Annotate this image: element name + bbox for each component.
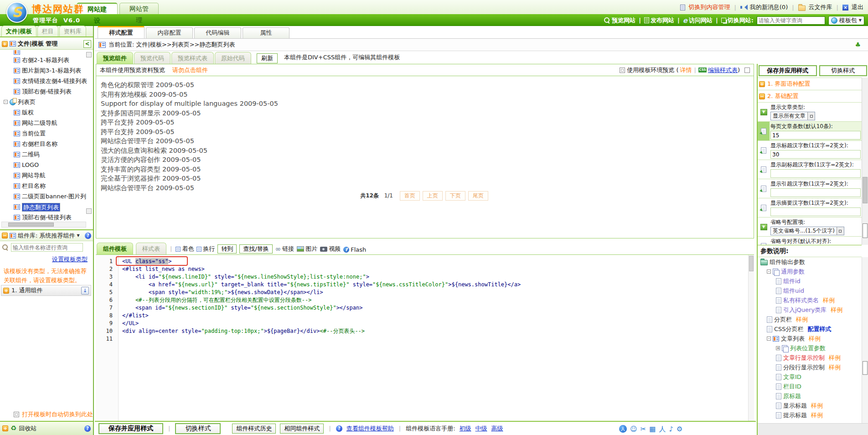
style-history-button[interactable]: 组件样式历史 — [232, 424, 276, 434]
generic-components-group[interactable]: + 1. 通用组件 ↓ — [1, 285, 91, 296]
smiley-icon[interactable]: ☺ — [630, 425, 637, 433]
sample-link[interactable]: 样例 — [809, 335, 821, 343]
help-icon[interactable]: ? — [85, 233, 91, 239]
page-button[interactable]: 上页 — [423, 191, 443, 201]
code-line[interactable]: </UL> — [122, 320, 747, 327]
component-library-header[interactable]: − 组件库: 系统推荐组件 ▼ ? — [0, 229, 93, 241]
sidebar-tab-columns[interactable]: 栏目 — [37, 26, 58, 36]
code-line[interactable]: <#--列表分段用的分隔符，可在配置栏分段相关配置中设置分段条数--> — [122, 296, 747, 304]
param-item[interactable]: 提示标题样例 — [758, 410, 862, 420]
param-item[interactable]: 分页栏样例 — [758, 315, 862, 324]
switch-to-content-link[interactable]: 切换到内容管理 — [688, 3, 730, 11]
tree-item[interactable]: 版权 — [0, 107, 88, 118]
same-component-style-button[interactable]: 相同组件样式 — [280, 424, 324, 434]
auto-switch-option[interactable]: 打开模板时自动切换到此处 — [14, 410, 93, 419]
panel-icon[interactable]: ▦ — [649, 425, 656, 433]
sample-link[interactable]: 样例 — [829, 363, 841, 372]
tab-properties[interactable]: 属性 — [243, 27, 289, 38]
expand-icon[interactable]: + — [2, 41, 8, 47]
param-item[interactable]: 组件uid — [758, 286, 862, 295]
tree-item[interactable]: 二维码 — [0, 149, 88, 160]
scissors-icon[interactable]: ✂ — [641, 425, 646, 433]
code-line[interactable]: <#list list_news as news> — [122, 265, 747, 273]
preview-site-link[interactable]: 预览网站 — [604, 16, 636, 25]
goto-button[interactable]: 转到 — [217, 244, 237, 254]
switch-style-button-top[interactable]: 切换样式 — [819, 65, 867, 76]
manual-level-advanced[interactable]: 高级 — [491, 425, 503, 433]
env-preview-checkbox[interactable] — [620, 67, 625, 73]
insert-link-tool[interactable]: ∞链接 — [275, 245, 294, 253]
field-input[interactable] — [770, 188, 861, 197]
field-input[interactable] — [770, 131, 861, 140]
sample-link[interactable]: 样例 — [811, 402, 823, 410]
code-content[interactable]: <UL class="ss"><#list list_news as news>… — [122, 258, 747, 343]
tab-content-config[interactable]: 内容配置 — [146, 27, 193, 38]
tree-item[interactable]: 静态翻页列表 — [0, 202, 88, 212]
tab-preview-component[interactable]: 预览组件 — [97, 52, 133, 64]
sample-link[interactable]: 样例 — [796, 316, 808, 324]
tree-item[interactable]: 网站二级导航 — [0, 118, 88, 128]
collapse-icon[interactable]: − — [2, 233, 8, 238]
param-item[interactable]: 组件id — [758, 276, 862, 286]
save-apply-style-button[interactable]: 保存并应用样式 — [98, 423, 163, 434]
tab-component-template[interactable]: 组件模板 — [97, 243, 133, 254]
config-section-header[interactable]: +1. 界面语种配置 — [758, 78, 862, 90]
manual-level-basic[interactable]: 初级 — [460, 425, 471, 433]
move-down-button[interactable]: ↓ — [81, 287, 89, 295]
config-style-link[interactable]: 配置样式 — [808, 325, 832, 333]
site-search-input[interactable] — [757, 16, 825, 25]
param-item[interactable]: 文章ID — [758, 372, 862, 382]
manual-level-intermediate[interactable]: 中级 — [475, 425, 487, 433]
tree-item[interactable]: LOGO — [0, 160, 88, 170]
tree-item[interactable]: 顶部右侧-链接列表 — [0, 212, 88, 223]
param-item[interactable]: +列表位置参数 — [758, 343, 862, 353]
insert-image-tool[interactable]: 图片 — [297, 245, 317, 253]
sample-link[interactable]: 样例 — [811, 411, 823, 419]
tree-item[interactable]: 友情链接左侧4-链接列表 — [0, 76, 88, 86]
note-icon[interactable]: ♪ — [669, 425, 673, 433]
sample-link[interactable]: 样例 — [831, 306, 842, 314]
tree-item[interactable]: -列表页 — [0, 97, 88, 107]
code-line[interactable] — [122, 335, 747, 343]
select-drop-button[interactable] — [837, 227, 844, 235]
expand-icon[interactable]: + — [776, 346, 780, 350]
scrollbar-thumb[interactable] — [863, 177, 868, 203]
param-item[interactable]: 显示标题样例 — [758, 401, 862, 410]
param-item[interactable]: 组件输出参数 — [758, 257, 862, 267]
tree-item[interactable]: 图片新闻3-1-标题列表 — [0, 65, 88, 76]
scrollbar-grip[interactable] — [863, 361, 868, 375]
sample-link[interactable]: 样例 — [823, 296, 835, 305]
help-icon[interactable]: ? — [336, 425, 342, 432]
tab-stylesheet[interactable]: 样式表 — [136, 243, 166, 254]
insert-video-tool[interactable]: 视频 — [320, 245, 341, 253]
tree-item[interactable]: 顶部右侧-链接列表 — [0, 86, 88, 97]
param-item[interactable]: 分段行显示控制样例 — [758, 362, 862, 372]
tab-preview-stylesheet[interactable]: 预览样式表 — [171, 52, 214, 64]
publish-site-link[interactable]: 发布网站 — [644, 16, 674, 25]
switch-style-button[interactable]: 切换样式 — [175, 423, 221, 434]
sidebar-tab-files-templates[interactable]: 文件|模板 — [1, 26, 36, 36]
field-input[interactable] — [770, 169, 861, 178]
set-template-type-link[interactable]: 设置模板类型 — [52, 255, 88, 264]
env-detail-link[interactable]: 详情 — [680, 66, 692, 74]
cloud-library-link[interactable]: 云文件库 — [809, 3, 832, 11]
param-item[interactable]: 私有样式类名样例 — [758, 295, 862, 305]
config-scrollbar[interactable] — [862, 78, 868, 245]
tab-site-management[interactable]: 网站管理 — [119, 3, 159, 14]
expand-icon[interactable]: + — [759, 81, 765, 87]
param-item[interactable]: 引入jQuery类库样例 — [758, 305, 862, 315]
code-line[interactable]: <UL class="ss"> — [122, 258, 747, 265]
scrollbar-thumb[interactable] — [8, 223, 54, 227]
param-item[interactable]: 文章行显示控制样例 — [758, 353, 862, 362]
my-messages-link[interactable]: 我的新消息(0) — [750, 3, 788, 11]
help-icon[interactable]: ? — [84, 425, 91, 432]
component-search-input[interactable] — [11, 243, 83, 252]
param-item[interactable]: 栏目ID — [758, 382, 862, 391]
page-button[interactable]: 下页 — [445, 191, 465, 201]
scrollbar-square[interactable] — [86, 208, 92, 214]
field-input[interactable] — [770, 207, 861, 216]
code-line[interactable]: <li id="${news.lineID}" style="${news.li… — [122, 273, 747, 281]
select-drop-button[interactable] — [807, 112, 815, 120]
template-help-link[interactable]: 查看组件模板帮助 — [346, 425, 394, 433]
collapse-panel-button[interactable]: < — [83, 40, 91, 48]
